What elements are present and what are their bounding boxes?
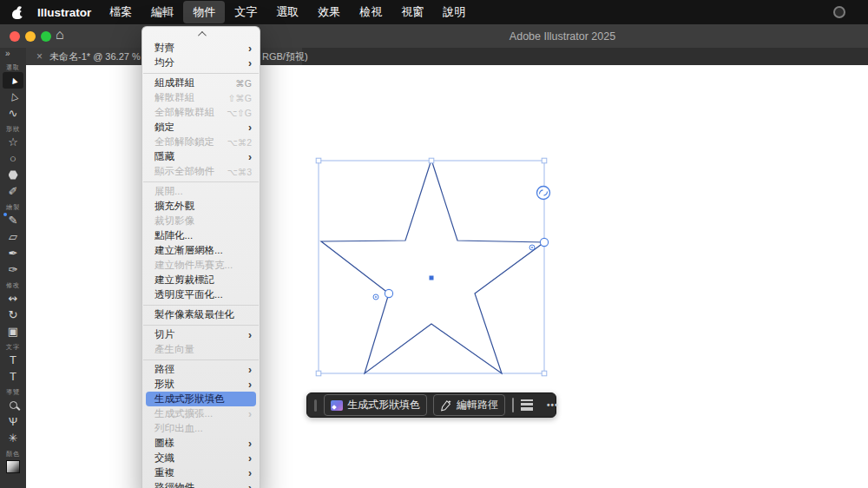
minimize-window-button[interactable] <box>25 31 36 42</box>
menu-item-group[interactable]: 組成群組⌘G <box>142 76 260 90</box>
polygon-tool[interactable] <box>3 167 23 183</box>
menu-item-shortcut: ⌥⌘3 <box>227 167 252 177</box>
menubar-item-select[interactable]: 選取 <box>266 1 308 23</box>
selection-handle-top-left[interactable] <box>316 158 321 163</box>
menubar-status-icon[interactable] <box>833 6 845 18</box>
new-badge-dot <box>3 213 7 216</box>
menu-item-shortcut: ⌥⌘2 <box>227 137 252 148</box>
polygon-icon <box>9 170 18 180</box>
touch-type-tool[interactable]: T <box>3 352 23 368</box>
pen-tool[interactable]: ✒ <box>3 245 23 261</box>
menu-item-create-trim-marks[interactable]: 建立剪裁標記 <box>142 273 260 287</box>
selection-handle-bottom-left[interactable] <box>316 371 321 376</box>
menubar-item-help[interactable]: 說明 <box>433 1 475 23</box>
eraser-tool[interactable]: ▱ <box>3 228 23 245</box>
menu-item-lock[interactable]: 鎖定› <box>142 120 260 135</box>
selection-tool[interactable]: ► <box>3 72 23 89</box>
center-point-handle[interactable] <box>430 276 434 280</box>
task-bar-drag-handle[interactable] <box>314 399 317 412</box>
generative-shape-fill-button[interactable]: 生成式形狀填色 <box>324 394 427 416</box>
selection-handle-top-right[interactable] <box>542 158 547 163</box>
star-point-handle-left[interactable] <box>385 289 392 297</box>
menu-item-hide[interactable]: 隱藏› <box>142 149 260 164</box>
direct-selection-tool[interactable]: ▷ <box>3 89 23 105</box>
hand-icon: Ѱ <box>9 415 17 428</box>
menu-item-align[interactable]: 對齊› <box>142 41 260 56</box>
submenu-chevron-icon: › <box>248 439 252 449</box>
menu-item-repeat[interactable]: 重複› <box>142 465 260 480</box>
menubar-item-view[interactable]: 檢視 <box>350 1 391 23</box>
star-shape[interactable] <box>321 160 544 373</box>
width-tool[interactable]: ↭ <box>3 290 23 307</box>
lasso-tool[interactable]: ∿ <box>3 105 23 122</box>
menubar-item-edit[interactable]: 編輯 <box>141 1 183 23</box>
menu-item-path[interactable]: 路徑› <box>142 362 260 377</box>
zoom-tool[interactable] <box>3 397 23 413</box>
menu-item-label: 形狀 <box>155 378 174 391</box>
menu-item-label: 建立漸層網格... <box>155 244 223 257</box>
menu-item-expand: 展開... <box>142 184 260 199</box>
menu-item-create-gradient-mesh[interactable]: 建立漸層網格... <box>142 243 260 258</box>
menu-item-expand-appearance[interactable]: 擴充外觀 <box>142 199 260 214</box>
ellipse-tool[interactable]: ○ <box>3 150 23 167</box>
menu-item-label: 生成式形狀填色 <box>155 392 225 406</box>
rotate-widget[interactable] <box>537 187 550 200</box>
home-icon[interactable]: ⌂ <box>56 27 64 43</box>
menubar-item-effect[interactable]: 效果 <box>308 1 350 23</box>
toolbar: » 選取►▷∿形狀☆○✐繪製✎▱✒✑修改↭↻▣文字TT導覽Ѱ✳顏色 <box>0 48 26 488</box>
close-window-button[interactable] <box>10 31 20 42</box>
pencil-tool[interactable]: ✎ <box>3 212 23 228</box>
menu-item-pattern[interactable]: 圖樣› <box>142 436 260 451</box>
shaper-tool[interactable]: ✐ <box>3 183 23 200</box>
menubar-item-file[interactable]: 檔案 <box>100 1 141 23</box>
curvature-tool[interactable]: ✑ <box>3 261 23 278</box>
zoom-window-button[interactable] <box>41 31 51 42</box>
fill-color-swatch[interactable] <box>512 398 514 412</box>
more-options-icon[interactable]: ••• <box>547 400 559 410</box>
menu-item-intertwine[interactable]: 交織› <box>142 451 260 465</box>
eraser-icon: ▱ <box>9 230 17 243</box>
menu-item-distribute[interactable]: 均分› <box>142 56 260 70</box>
rotate-view-tool[interactable]: ✳ <box>3 430 23 446</box>
apple-logo-icon[interactable] <box>12 6 23 19</box>
menubar-item-window[interactable]: 視窗 <box>391 1 433 23</box>
edit-path-button[interactable]: 編輯路徑 <box>433 394 505 416</box>
selection-handle-top-center[interactable] <box>429 158 434 163</box>
menu-item-rasterize[interactable]: 點陣化... <box>142 228 260 243</box>
menu-item-generative-expand: 生成式擴張...› <box>142 406 260 421</box>
fill-color-swatch[interactable] <box>3 458 23 475</box>
selection-handle-bottom-right[interactable] <box>542 371 547 376</box>
menu-item-label: 交織 <box>155 452 174 465</box>
tab-close-icon[interactable]: × <box>36 50 43 63</box>
shape-builder-tool[interactable]: ▣ <box>3 323 23 340</box>
toolbar-section-label: 文字 <box>6 343 20 352</box>
app-menu-title[interactable]: Illustrator <box>37 6 91 19</box>
menu-item-label: 展開... <box>155 185 183 198</box>
star-point-handle-right[interactable] <box>540 238 548 246</box>
menu-item-flatten-transparency[interactable]: 透明度平面化... <box>142 287 260 302</box>
submenu-chevron-icon: › <box>248 152 252 162</box>
hand-tool[interactable]: Ѱ <box>3 413 23 430</box>
type-tool[interactable]: T <box>3 368 23 385</box>
menu-item-shortcut: ⌘G <box>235 78 252 89</box>
menu-item-generative-shape-fill[interactable]: 生成式形狀填色 <box>146 392 256 406</box>
menu-item-shape[interactable]: 形狀› <box>142 377 260 392</box>
menu-scroll-up[interactable] <box>142 27 260 41</box>
menu-separator <box>143 181 259 182</box>
stroke-weight-icon[interactable] <box>521 399 533 411</box>
corner-radius-widget-dot <box>531 247 533 248</box>
toolbar-collapse-icon[interactable]: » <box>5 48 10 60</box>
menubar-menus: 檔案編輯物件文字選取效果檢視視窗說明 <box>100 1 475 23</box>
menu-item-make-pixel-perfect[interactable]: 製作像素級最佳化 <box>142 307 260 322</box>
menu-item-slice[interactable]: 切片› <box>142 327 260 342</box>
menubar-item-type[interactable]: 文字 <box>225 1 266 23</box>
zoom-icon <box>10 401 17 409</box>
touch-type-icon: T <box>10 353 16 366</box>
menubar-item-object[interactable]: 物件 <box>183 1 225 23</box>
menu-item-label: 製作像素級最佳化 <box>155 308 234 321</box>
menu-item-path-objects[interactable]: 路徑物件› <box>142 480 260 488</box>
rotate-tool[interactable]: ↻ <box>3 307 23 323</box>
rotate-icon: ↻ <box>9 308 18 321</box>
menu-item-label: 透明度平面化... <box>155 288 223 301</box>
star-tool[interactable]: ☆ <box>3 134 23 150</box>
